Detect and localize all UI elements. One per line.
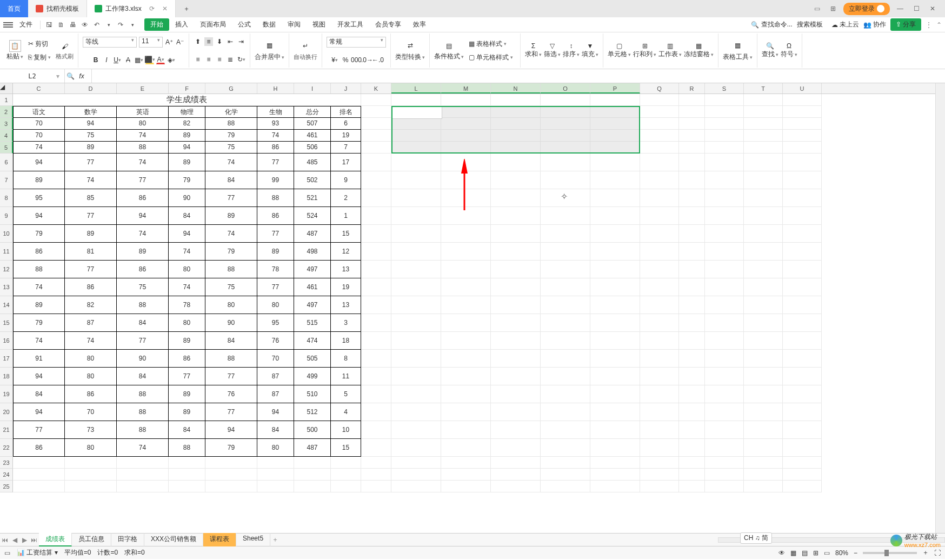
indent-inc-icon[interactable]: ⇥	[237, 37, 245, 46]
cell-L1[interactable]	[391, 94, 441, 106]
col-header-G[interactable]: G	[205, 83, 257, 94]
cell-J14[interactable]: 13	[331, 296, 361, 314]
row-header-5[interactable]: 5	[0, 142, 13, 154]
cell-K6[interactable]	[361, 154, 391, 171]
cell-E18[interactable]: 84	[117, 368, 169, 385]
cell-C3[interactable]: 70	[13, 118, 65, 130]
cell-T11[interactable]	[744, 243, 783, 261]
cell-C11[interactable]: 86	[13, 243, 65, 261]
cell-C24[interactable]	[13, 469, 65, 481]
cell-J21[interactable]: 10	[331, 421, 361, 439]
col-header-F[interactable]: F	[169, 83, 205, 94]
cell-H15[interactable]: 95	[257, 314, 294, 332]
qa-undo-drop[interactable]: ▾	[103, 19, 114, 30]
cell-I8[interactable]: 521	[294, 189, 331, 207]
cell-M20[interactable]	[441, 403, 491, 421]
cell-S20[interactable]	[705, 403, 744, 421]
cell-G12[interactable]: 88	[205, 261, 257, 278]
hamburger-icon[interactable]	[3, 22, 13, 28]
sheet-tab-田字格[interactable]: 田字格	[111, 533, 144, 546]
cell-N25[interactable]	[491, 481, 541, 492]
cell-H16[interactable]: 76	[257, 332, 294, 350]
cell-N17[interactable]	[491, 350, 541, 368]
view-eye-icon[interactable]: 👁	[778, 549, 785, 557]
cell-G24[interactable]	[205, 469, 257, 481]
cell-E10[interactable]: 74	[117, 225, 169, 243]
cell-F18[interactable]: 77	[169, 368, 205, 385]
cell-L12[interactable]	[391, 261, 441, 278]
rowcol-button[interactable]: 行和列▾	[633, 50, 656, 59]
cell-I3[interactable]: 507	[294, 118, 331, 130]
row-header-8[interactable]: 8	[0, 189, 13, 207]
sheet-tab-Sheet5[interactable]: Sheet5	[236, 533, 270, 546]
cell-L17[interactable]	[391, 350, 441, 368]
cell-L23[interactable]	[391, 457, 441, 469]
cell-K15[interactable]	[361, 314, 391, 332]
cell-J11[interactable]: 12	[331, 243, 361, 261]
font-color-icon[interactable]: A▾	[156, 56, 165, 64]
paste-button[interactable]: 粘贴▾	[6, 52, 23, 61]
cell-L20[interactable]	[391, 403, 441, 421]
cell-U4[interactable]	[783, 130, 822, 142]
freeze-button[interactable]: 冻结窗格▾	[684, 50, 714, 59]
cell-H14[interactable]: 80	[257, 296, 294, 314]
cell-Q10[interactable]	[640, 225, 679, 243]
cell-G22[interactable]: 79	[205, 439, 257, 457]
cell-D14[interactable]: 82	[65, 296, 117, 314]
cell-D5[interactable]: 89	[65, 142, 117, 154]
cell-C12[interactable]: 88	[13, 261, 65, 278]
cell-O22[interactable]	[541, 439, 590, 457]
maximize-button[interactable]: ☐	[910, 3, 922, 15]
cells-button[interactable]: 单元格▾	[608, 50, 631, 59]
row-header-21[interactable]: 21	[0, 421, 13, 439]
menu-tab-9[interactable]: 效率	[407, 18, 432, 31]
cell-C13[interactable]: 74	[13, 278, 65, 296]
cell-T21[interactable]	[744, 421, 783, 439]
cell-Q21[interactable]	[640, 421, 679, 439]
cell-T5[interactable]	[744, 142, 783, 154]
cut-button[interactable]: ✂ 剪切	[25, 39, 54, 49]
cell-L24[interactable]	[391, 469, 441, 481]
row-header-11[interactable]: 11	[0, 243, 13, 261]
cell-N23[interactable]	[491, 457, 541, 469]
cell-K13[interactable]	[361, 278, 391, 296]
cell-N13[interactable]	[491, 278, 541, 296]
border-icon[interactable]: ▦▾	[135, 56, 143, 64]
cell-R10[interactable]	[679, 225, 705, 243]
cell-K7[interactable]	[361, 171, 391, 189]
cell-E19[interactable]: 88	[117, 385, 169, 403]
cell-C25[interactable]	[13, 481, 65, 492]
cell-U17[interactable]	[783, 350, 822, 368]
cell-H25[interactable]	[257, 481, 294, 492]
cell-P3[interactable]	[590, 118, 640, 130]
row-header-16[interactable]: 16	[0, 332, 13, 350]
percent-icon[interactable]: %	[341, 56, 350, 64]
cell-M10[interactable]	[441, 225, 491, 243]
cell-C7[interactable]: 89	[13, 171, 65, 189]
cell-S16[interactable]	[705, 332, 744, 350]
cell-D20[interactable]: 70	[65, 403, 117, 421]
cell-L25[interactable]	[391, 481, 441, 492]
cell-R13[interactable]	[679, 278, 705, 296]
cell-I24[interactable]	[294, 469, 331, 481]
share-button[interactable]: ⇪ 分享	[890, 18, 921, 31]
cell-R4[interactable]	[679, 130, 705, 142]
cell-C6[interactable]: 94	[13, 154, 65, 171]
cell-C10[interactable]: 79	[13, 225, 65, 243]
cell-K1[interactable]	[361, 94, 391, 106]
cell-I14[interactable]: 497	[294, 296, 331, 314]
tab-template[interactable]: 找稻壳模板	[28, 0, 87, 17]
cell-F10[interactable]: 94	[169, 225, 205, 243]
freeze-icon[interactable]: ▦	[696, 42, 702, 50]
cell-M17[interactable]	[441, 350, 491, 368]
cell-M7[interactable]	[441, 171, 491, 189]
cell-S6[interactable]	[705, 154, 744, 171]
cell-J15[interactable]: 3	[331, 314, 361, 332]
cell-E2[interactable]: 英语	[117, 106, 169, 118]
cell-D7[interactable]: 74	[65, 171, 117, 189]
cell-L22[interactable]	[391, 439, 441, 457]
cell-F5[interactable]: 94	[169, 142, 205, 154]
menu-collapse-icon[interactable]: ⌃	[936, 21, 942, 29]
dec-decimal-icon[interactable]: ←.0	[374, 56, 382, 64]
view-break-icon[interactable]: ⊞	[813, 549, 818, 557]
